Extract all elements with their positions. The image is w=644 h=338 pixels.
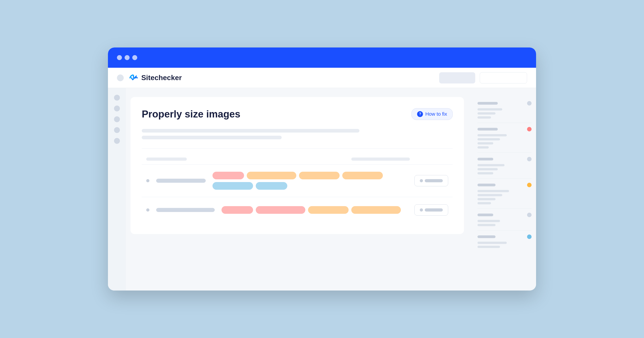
rs-line-main-6: [478, 235, 496, 238]
logo-text: Sitechecker: [141, 74, 182, 82]
right-sidebar: [473, 88, 536, 291]
rs-sublines-3: [478, 164, 532, 174]
rs-line-main-4: [478, 184, 496, 186]
table-section: [142, 155, 453, 223]
rs-sublines-6: [478, 242, 532, 248]
col-header-1: [146, 158, 187, 161]
rs-subline-4-2: [478, 194, 502, 196]
rs-sublines-1: [478, 108, 532, 119]
window-dot-3: [132, 55, 137, 60]
separator-1: [142, 148, 453, 149]
tag-orange-5: [351, 206, 401, 214]
rs-subline-1-3: [478, 116, 491, 119]
content-card: Properly size images ? How to fix: [130, 97, 464, 234]
nav-button-1[interactable]: [439, 72, 475, 83]
rs-dot-red-1: [527, 127, 532, 131]
rs-section-3: [478, 153, 532, 179]
rs-subline-6-1: [478, 242, 507, 244]
rs-subline-2-3: [478, 142, 493, 145]
window-dot-2: [124, 55, 130, 60]
rs-dot-orange-1: [527, 183, 532, 187]
row-tags-2: [222, 206, 408, 214]
row-url-1: [156, 179, 206, 183]
rs-sublines-4: [478, 190, 532, 204]
table-row: [142, 164, 453, 197]
rs-row-5: [478, 213, 532, 217]
rs-subline-4-3: [478, 198, 496, 200]
rs-subline-4-1: [478, 190, 509, 192]
sidebar-dot-4: [114, 127, 120, 133]
tag-blue-2: [256, 182, 287, 190]
rs-subline-1-1: [478, 108, 502, 111]
action-label-2: [425, 208, 443, 211]
desc-line-2: [142, 136, 282, 139]
rs-subline-4-4: [478, 202, 491, 204]
tag-pink-1: [212, 172, 244, 179]
rs-section-6: [478, 230, 532, 252]
rs-line-main-3: [478, 158, 493, 161]
sidebar-dot-1: [114, 95, 120, 101]
row-indicator-2: [146, 208, 150, 211]
rs-subline-3-2: [478, 168, 498, 170]
rs-row-1: [478, 101, 532, 106]
rs-dot-blue-1: [527, 234, 532, 239]
tag-pink-2: [222, 206, 253, 214]
browser-window: Sitechecker Properly size imag: [108, 47, 536, 291]
sidebar-dot-5: [114, 138, 120, 144]
rs-section-2: [478, 123, 532, 153]
sidebar-dot-2: [114, 106, 120, 111]
window-dots: [117, 55, 137, 60]
rs-row-6: [478, 234, 532, 239]
action-icon-1: [420, 179, 423, 182]
sidebar-dot-3: [114, 116, 120, 122]
rs-line-main-2: [478, 128, 498, 131]
rs-section-1: [478, 97, 532, 123]
logo-icon: [128, 73, 138, 83]
how-to-fix-button[interactable]: ? How to fix: [412, 108, 453, 120]
row-action-btn-2[interactable]: [414, 204, 448, 216]
rs-subline-2-4: [478, 146, 489, 149]
rs-line-main-5: [478, 213, 493, 216]
card-title: Properly size images: [142, 109, 240, 120]
rs-sublines-2: [478, 134, 532, 149]
rs-sublines-5: [478, 220, 532, 226]
how-to-fix-label: How to fix: [425, 111, 447, 117]
rs-subline-6-2: [478, 246, 500, 248]
nav-back-circle[interactable]: [117, 74, 124, 81]
title-bar: [108, 47, 536, 68]
tag-orange-4: [308, 206, 348, 214]
desc-line-1: [142, 129, 360, 133]
table-row: [142, 197, 453, 223]
tag-pink-3: [256, 206, 305, 214]
description-lines: [142, 129, 453, 139]
row-indicator-1: [146, 179, 150, 182]
window-dot-1: [117, 55, 122, 60]
rs-subline-5-2: [478, 224, 496, 226]
rs-subline-2-1: [478, 134, 507, 136]
tag-orange-1: [247, 172, 296, 179]
rs-subline-5-1: [478, 220, 500, 222]
row-action-btn-1[interactable]: [414, 175, 448, 186]
action-icon-2: [420, 208, 423, 211]
rs-subline-1-2: [478, 112, 496, 115]
navbar: Sitechecker: [108, 68, 536, 88]
action-label-1: [425, 179, 443, 182]
help-icon: ?: [417, 111, 423, 117]
tag-orange-2: [299, 172, 340, 179]
row-url-2: [156, 208, 215, 212]
tag-blue-1: [212, 182, 253, 190]
rs-subline-3-1: [478, 164, 504, 166]
rs-section-4: [478, 179, 532, 209]
rs-dot-gray-3: [527, 213, 532, 217]
main-content: Properly size images ? How to fix: [126, 88, 473, 291]
card-header: Properly size images ? How to fix: [142, 108, 453, 120]
rs-section-5: [478, 209, 532, 230]
logo-area: Sitechecker: [128, 73, 182, 83]
rs-row-2: [478, 127, 532, 131]
rs-dot-gray-2: [527, 157, 532, 161]
row-tags-1: [212, 172, 408, 190]
rs-row-3: [478, 157, 532, 161]
tag-orange-3: [342, 172, 383, 179]
nav-button-2[interactable]: [480, 72, 527, 83]
rs-dot-gray-1: [527, 101, 532, 106]
